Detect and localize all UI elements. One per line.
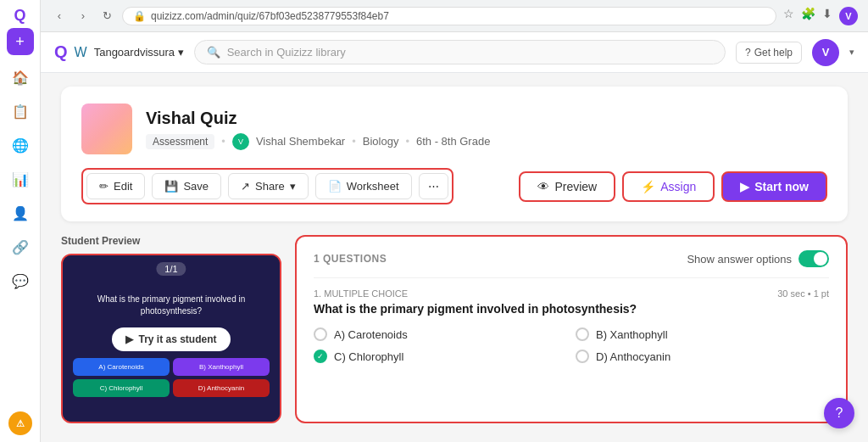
option-b: B) Xanthophyll (576, 327, 829, 341)
save-label: Save (183, 180, 209, 193)
question-divider (314, 277, 829, 278)
worksheet-button[interactable]: 📄 Worksheet (315, 173, 412, 199)
bottom-section: Student Preview 1/1 What is the primary … (61, 235, 848, 423)
quiz-info: Vishal Quiz Assessment • V Vishal Shembe… (146, 109, 490, 150)
get-help-label: Get help (754, 47, 793, 59)
user-avatar[interactable]: V (812, 39, 839, 66)
worksheet-label: Worksheet (347, 180, 399, 193)
sidebar-item-explore[interactable]: 🌐 (5, 130, 36, 160)
try-btn-label: Try it as student (138, 333, 216, 345)
answer-tile-d: D) Anthocyanin (173, 379, 270, 397)
answer-tile-c: C) Chlorophyll (73, 379, 170, 397)
chevron-down-icon[interactable]: ▾ (849, 47, 854, 58)
edit-label: Edit (114, 180, 132, 193)
url-text: quizizz.com/admin/quiz/67bf03ed523877955… (151, 10, 389, 22)
url-bar[interactable]: 🔒 quizizz.com/admin/quiz/67bf03ed5238779… (122, 7, 776, 25)
assign-label: Assign (660, 180, 696, 193)
sidebar-item-share[interactable]: 🔗 (5, 232, 36, 262)
quizizz-app-bar: Q W Tangoardvissura ▾ 🔍 Search in Quiziz… (41, 32, 868, 73)
question-type-label: 1. MULTIPLE CHOICE (314, 288, 408, 299)
meta-separator-1: • (221, 135, 225, 148)
star-icon[interactable]: ☆ (783, 7, 794, 25)
radio-b[interactable] (576, 327, 589, 341)
start-now-button[interactable]: ▶ Start now (721, 171, 827, 202)
quiz-thumbnail (81, 104, 132, 154)
time-label: 30 sec (777, 288, 804, 299)
save-button[interactable]: 💾 Save (152, 173, 221, 199)
question-text: What is the primary pigment involved in … (314, 302, 829, 316)
sidebar-logo: Q (14, 7, 25, 25)
meta-separator-2: • (352, 135, 356, 148)
separator: • (808, 288, 814, 299)
student-preview-container: Student Preview 1/1 What is the primary … (61, 235, 281, 423)
search-bar[interactable]: 🔍 Search in Quizizz library (194, 40, 726, 64)
share-button[interactable]: ↗ Share ▾ (228, 173, 309, 199)
sidebar-item-reports[interactable]: 📋 (5, 96, 36, 126)
page-content: Vishal Quiz Assessment • V Vishal Shembe… (41, 73, 868, 442)
answer-tile-a: A) Carotenoids (73, 358, 170, 376)
right-actions-group: 👁 Preview ⚡ Assign ▶ Start now (519, 171, 827, 202)
answer-tile-b: B) Xanthophyll (173, 358, 270, 376)
sidebar-item-home[interactable]: 🏠 (5, 62, 36, 92)
option-d-label: D) Anthocyanin (596, 350, 670, 363)
play-icon: ▶ (740, 180, 749, 193)
question-type-text: MULTIPLE CHOICE (324, 288, 408, 299)
show-answers-toggle[interactable] (798, 250, 829, 267)
extension-icon[interactable]: 🧩 (801, 7, 815, 25)
add-button[interactable]: + (7, 28, 34, 55)
question-meta-right: 30 sec • 1 pt (777, 288, 829, 299)
worksheet-icon: 📄 (328, 180, 342, 193)
sidebar-item-chat[interactable]: 💬 (5, 266, 36, 296)
preview-button[interactable]: 👁 Preview (519, 171, 615, 202)
help-fab[interactable]: ? (824, 398, 854, 428)
quiz-card: Vishal Quiz Assessment • V Vishal Shembe… (61, 87, 848, 221)
profile-icon[interactable]: V (839, 7, 858, 25)
question-number: 1. (314, 288, 321, 299)
preview-counter: 1/1 (156, 262, 186, 276)
questions-panel: 1 QUESTIONS Show answer options 1. MULTI… (295, 235, 848, 423)
main-container: ‹ › ↻ 🔒 quizizz.com/admin/quiz/67bf03ed5… (41, 0, 868, 442)
save-icon: 💾 (164, 180, 178, 193)
preview-label: Preview (554, 180, 597, 193)
author-avatar: V (232, 133, 249, 150)
option-a: A) Carotenoids (314, 327, 567, 341)
left-actions-group: ✏ Edit 💾 Save ↗ Share ▾ 📄 Worksheet (81, 168, 453, 204)
quiz-type-badge: Assessment (146, 134, 214, 149)
preview-question-text: What is the primary pigment involved in … (73, 294, 270, 317)
radio-d[interactable] (576, 350, 589, 363)
download-icon[interactable]: ⬇ (822, 7, 832, 25)
start-now-label: Start now (754, 180, 809, 193)
get-help-button[interactable]: ? Get help (736, 42, 802, 64)
back-button[interactable]: ‹ (51, 8, 68, 25)
sidebar-item-profile[interactable]: 👤 (5, 198, 36, 228)
more-button[interactable]: ⋯ (419, 173, 448, 199)
sidebar-item-activity[interactable]: 📊 (5, 164, 36, 194)
reload-button[interactable]: ↻ (98, 8, 115, 25)
edit-button[interactable]: ✏ Edit (86, 173, 145, 199)
option-d: D) Anthocyanin (576, 350, 829, 363)
assign-icon: ⚡ (641, 180, 655, 193)
browser-bar: ‹ › ↻ 🔒 quizizz.com/admin/quiz/67bf03ed5… (41, 0, 868, 32)
browser-actions: ☆ 🧩 ⬇ V (783, 7, 858, 25)
show-answers-label: Show answer options (687, 253, 792, 266)
share-label: Share (255, 180, 285, 193)
quiz-header: Vishal Quiz Assessment • V Vishal Shembe… (81, 104, 827, 154)
quiz-meta: Assessment • V Vishal Shembekar • Biolog… (146, 133, 490, 150)
show-answers-row: Show answer options (687, 250, 829, 267)
points-label: 1 pt (814, 288, 829, 299)
quiz-title: Vishal Quiz (146, 109, 490, 128)
try-as-student-button[interactable]: ▶ Try it as student (112, 327, 230, 351)
eye-icon: 👁 (537, 180, 549, 193)
assign-button[interactable]: ⚡ Assign (622, 171, 715, 202)
radio-a[interactable] (314, 327, 327, 341)
options-grid: A) Carotenoids B) Xanthophyll C) Chlorop… (314, 327, 829, 363)
preview-inner: 1/1 What is the primary pigment involved… (63, 255, 280, 422)
questions-count: 1 QUESTIONS (314, 253, 387, 265)
sidebar: Q + 🏠 📋 🌐 📊 👤 🔗 💬 ⚠ (0, 0, 41, 442)
questions-header: 1 QUESTIONS Show answer options (314, 250, 829, 267)
forward-button[interactable]: › (75, 8, 92, 25)
edit-icon: ✏ (99, 180, 108, 193)
radio-c[interactable] (314, 350, 327, 363)
meta-separator-3: • (405, 135, 409, 148)
site-name: Tangoardvissura ▾ (94, 46, 184, 59)
